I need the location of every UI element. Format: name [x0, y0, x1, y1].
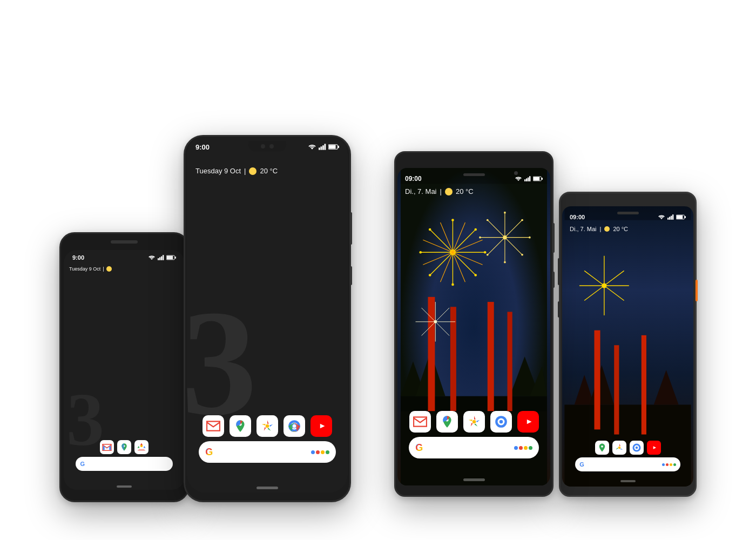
- photos-icon-small[interactable]: [134, 440, 148, 454]
- back-phone-sun-icon: [106, 266, 112, 272]
- svg-point-43: [618, 447, 620, 449]
- svg-rect-3: [163, 255, 164, 260]
- svg-rect-110: [524, 179, 525, 181]
- front-right-temp: 20 °C: [456, 187, 474, 195]
- svg-rect-13: [338, 146, 339, 148]
- google-g-icon: G: [205, 447, 213, 458]
- svg-rect-37: [669, 217, 670, 219]
- back-vol-btn[interactable]: [558, 258, 560, 285]
- front-right-google-g: G: [415, 442, 423, 454]
- front-right-vol[interactable]: [552, 223, 555, 253]
- svg-point-97: [487, 254, 489, 256]
- back-photos-icon[interactable]: [612, 441, 626, 455]
- right-phone-group: 09:00: [394, 54, 697, 497]
- back-phone-time: 9:00: [72, 254, 84, 261]
- front-right-maps[interactable]: [436, 411, 458, 433]
- gmail-icon-small[interactable]: [100, 440, 114, 454]
- front-right-photos[interactable]: [463, 411, 485, 433]
- front-phone-date: Tuesday 9 Oct: [195, 167, 241, 175]
- svg-rect-39: [672, 214, 673, 220]
- svg-rect-57: [508, 312, 512, 411]
- svg-point-92: [504, 212, 506, 214]
- front-phone-temp: 20 °C: [260, 167, 278, 175]
- back-phone-speaker: [111, 240, 138, 244]
- front-right-dock: G: [397, 411, 550, 458]
- camera-dot-left: [261, 144, 265, 148]
- front-phone-dock: G: [187, 415, 348, 463]
- power-button[interactable]: [350, 266, 352, 285]
- main-scene: 9:00: [0, 0, 756, 540]
- svg-marker-22: [654, 370, 679, 404]
- accent-button[interactable]: [696, 280, 698, 301]
- svg-rect-24: [614, 345, 619, 434]
- signal-icon: [158, 255, 164, 260]
- svg-point-79: [451, 284, 454, 286]
- gmail-icon[interactable]: [202, 415, 224, 437]
- svg-rect-6: [175, 256, 176, 259]
- back-power-btn[interactable]: [558, 301, 560, 318]
- front-phone-time: 9:00: [195, 143, 210, 151]
- svg-rect-38: [671, 216, 672, 220]
- svg-point-81: [419, 251, 422, 254]
- back-maps-icon[interactable]: [595, 441, 609, 455]
- front-right-assistant: [514, 446, 532, 450]
- svg-point-75: [451, 219, 454, 221]
- svg-rect-36: [667, 218, 669, 220]
- front-right-search-bar[interactable]: G: [409, 437, 539, 458]
- svg-line-28: [604, 271, 624, 286]
- back-google-g: G: [579, 461, 584, 468]
- back-chrome-icon[interactable]: [630, 441, 644, 455]
- front-right-gmail[interactable]: [409, 411, 431, 433]
- volume-button[interactable]: [350, 212, 352, 245]
- svg-point-96: [504, 261, 506, 264]
- back-right-sun: [604, 226, 610, 232]
- svg-rect-42: [685, 216, 686, 218]
- front-signal-icon: [319, 144, 326, 150]
- back-right-dock: G: [562, 441, 693, 471]
- svg-point-117: [472, 420, 476, 424]
- chrome-icon[interactable]: [284, 415, 305, 437]
- back-phone-weather: Tuesday 9 Oct |: [69, 266, 179, 272]
- svg-rect-56: [488, 302, 494, 411]
- front-phone-sun-icon: [249, 167, 256, 175]
- front-right-youtube[interactable]: [517, 411, 539, 433]
- back-phone-date: Tuesday 9 Oct: [69, 266, 100, 272]
- back-right-home: [620, 480, 636, 482]
- svg-point-120: [499, 420, 503, 424]
- front-right-sun: [445, 188, 453, 195]
- svg-rect-0: [158, 258, 159, 260]
- youtube-icon[interactable]: [310, 415, 332, 437]
- svg-rect-115: [534, 177, 540, 180]
- svg-line-34: [584, 271, 604, 286]
- front-right-chrome[interactable]: [490, 411, 512, 433]
- camera-dot-right: [269, 144, 274, 148]
- maps-icon[interactable]: [230, 415, 251, 437]
- camera-notch: [248, 141, 286, 152]
- svg-rect-1: [159, 257, 160, 260]
- svg-rect-12: [329, 145, 336, 148]
- back-right-search[interactable]: G: [575, 457, 680, 471]
- back-youtube-icon[interactable]: [647, 441, 661, 455]
- svg-point-46: [635, 447, 638, 449]
- svg-point-93: [521, 219, 523, 221]
- front-phone-search-bar[interactable]: G: [199, 441, 335, 463]
- svg-point-77: [484, 251, 487, 254]
- svg-rect-111: [526, 178, 527, 181]
- svg-rect-8: [321, 146, 322, 150]
- maps-icon-small[interactable]: [117, 440, 131, 454]
- front-right-power[interactable]: [552, 272, 555, 288]
- svg-rect-116: [542, 178, 543, 180]
- back-phone-search-bar[interactable]: G: [76, 457, 172, 471]
- back-right-weather-text: Di., 7. Mai | 20 °C: [570, 226, 686, 232]
- front-right-weather-text: Di., 7. Mai | 20 °C: [405, 187, 543, 195]
- svg-point-98: [479, 237, 481, 239]
- svg-point-99: [487, 219, 489, 221]
- back-phone-dock: G: [64, 440, 185, 471]
- svg-line-30: [604, 286, 624, 301]
- back-right-status-icons: [658, 214, 686, 220]
- svg-point-82: [429, 228, 431, 231]
- pixel3-back-phone: 9:00: [59, 232, 189, 502]
- back-phone-screen: 9:00: [64, 250, 185, 490]
- google-g-small: G: [80, 461, 85, 467]
- photos-icon[interactable]: [256, 415, 278, 437]
